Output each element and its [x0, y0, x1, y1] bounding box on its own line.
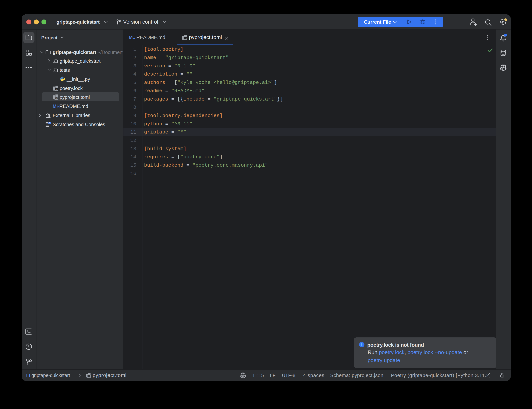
svg-text:[T]: [T] [55, 88, 58, 91]
svg-text:[T]: [T] [87, 375, 91, 378]
svg-text:[T]: [T] [55, 97, 58, 100]
svg-text:[T]: [T] [183, 37, 187, 40]
